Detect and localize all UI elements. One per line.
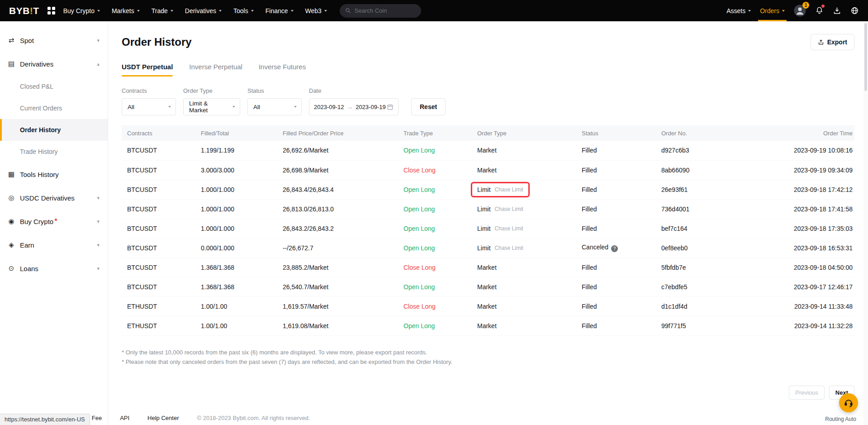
sidebar-item-order-history[interactable]: Order History — [0, 119, 108, 141]
menu-item-trade[interactable]: Trade — [152, 0, 173, 21]
trade-type-value: Open Long — [403, 186, 435, 193]
headset-icon — [844, 398, 854, 408]
cell-filled-total: 1.368/1.368 — [195, 277, 277, 296]
cell-status: Filled — [576, 296, 656, 316]
table-row: BTCUSDT3.000/3.00026,698.9/MarketClose L… — [122, 160, 854, 180]
notifications-bell-icon[interactable] — [815, 0, 824, 21]
date-filter: Date 2023-09-12 → 2023-09-19 — [309, 87, 398, 115]
sidebar-item-loans[interactable]: ⊙Loans▾ — [0, 257, 108, 280]
cell-trade-type: Open Long — [398, 141, 472, 160]
footer-link-api[interactable]: API — [120, 415, 129, 421]
tab-usdt-perpetual[interactable]: USDT Perpetual — [122, 63, 173, 76]
chase-limit-tag: Chase Limit — [495, 206, 523, 212]
menu-item-finance[interactable]: Finance — [266, 0, 294, 21]
order-type-wrap: Market — [477, 147, 497, 154]
sidebar-item-current-orders[interactable]: Current Orders — [0, 97, 108, 119]
reset-button[interactable]: Reset — [411, 98, 446, 115]
table-row: BTCUSDT1.000/1.00026,843.4/26,843.4Open … — [122, 180, 854, 199]
assets-menu[interactable]: Assets — [726, 0, 751, 21]
cell-order-time: 2023-09-14 11:33:48 — [760, 296, 854, 316]
status-select[interactable]: All — [247, 98, 302, 115]
cell-price: --/26,672.7 — [277, 238, 398, 258]
cell-order-time: 2023-09-18 17:35:03 — [760, 219, 854, 238]
tab-inverse-futures[interactable]: Inverse Futures — [259, 63, 306, 76]
support-chat-button[interactable] — [839, 393, 858, 412]
sidebar-item-label: Buy Crypto — [20, 218, 53, 225]
sidebar-item-spot[interactable]: ⇄Spot▾ — [0, 29, 108, 52]
sidebar-item-earn[interactable]: ◈Earn▾ — [0, 233, 108, 257]
chevron-down-icon — [324, 10, 327, 12]
search-box[interactable]: Search Coin — [340, 4, 421, 18]
sidebar-item-usdc-derivatives[interactable]: ◎USDC Derivatives▾ — [0, 186, 108, 210]
order-type-value: Market — [477, 322, 497, 329]
menu-item-markets[interactable]: Markets — [112, 0, 140, 21]
status-filter-label: Status — [247, 87, 302, 94]
menu-item-buy-crypto[interactable]: Buy Crypto — [63, 0, 100, 21]
browser-status-bar: https://testnet.bybit.com/en-US — [0, 414, 90, 425]
status-value: Filled — [582, 283, 597, 291]
date-range-picker[interactable]: 2023-09-12 → 2023-09-19 — [309, 98, 398, 115]
sidebar-item-label: Derivatives — [20, 60, 53, 68]
cell-trade-type: Close Long — [398, 296, 472, 316]
order-type-wrap: Market — [477, 264, 497, 271]
cell-status: Filled — [576, 199, 656, 219]
order-history-table: ContractsFilled/TotalFilled Price/Order … — [122, 125, 854, 336]
order-type-value: Limit — [477, 244, 491, 252]
cell-order-type: Market — [472, 160, 576, 180]
cell-contract: ETHUSDT — [122, 316, 195, 335]
cell-order-type: LimitChase Limit — [472, 180, 576, 199]
menu-item-tools[interactable]: Tools — [233, 0, 254, 21]
export-button[interactable]: Export — [811, 34, 854, 50]
sidebar-item-tools-history[interactable]: ▦Tools History — [0, 162, 108, 186]
cell-status: Filled — [576, 316, 656, 335]
account-avatar[interactable]: 1 — [794, 0, 806, 21]
page-scrollbar[interactable] — [863, 21, 868, 425]
trade-type-value: Open Long — [403, 322, 435, 329]
contracts-select[interactable]: All — [122, 98, 176, 115]
download-icon[interactable] — [833, 0, 841, 21]
chevron-down-icon: ▾ — [97, 219, 100, 224]
sidebar-subitem-label: Closed P&L — [20, 83, 53, 90]
previous-page-button[interactable]: Previous — [789, 386, 825, 400]
menu-item-derivatives[interactable]: Derivatives — [185, 0, 222, 21]
language-globe-icon[interactable] — [850, 0, 859, 21]
order-type-select[interactable]: Limit & Market — [183, 98, 240, 115]
table-row: BTCUSDT1.000/1.00026,843.2/26,843.2Open … — [122, 219, 854, 238]
footer-link-help-center[interactable]: Help Center — [147, 415, 179, 421]
cell-filled-total: 1.000/1.000 — [195, 180, 277, 199]
menu-item-web3[interactable]: Web3 — [305, 0, 327, 21]
tab-inverse-perpetual[interactable]: Inverse Perpetual — [189, 63, 242, 76]
apps-grid-icon[interactable] — [47, 0, 55, 21]
logo-mark: ! — [30, 5, 33, 16]
contracts-filter-label: Contracts — [122, 87, 176, 94]
cell-order-type: LimitChase Limit — [472, 238, 576, 258]
sidebar-item-buy-crypto[interactable]: ◉Buy Crypto▾ — [0, 210, 108, 233]
cell-filled-total: 0.000/1.000 — [195, 238, 277, 258]
trade-type-value: Open Long — [403, 147, 435, 154]
chevron-down-icon: ▾ — [97, 195, 100, 201]
bybit-logo[interactable]: BYB!T — [9, 0, 39, 21]
scrollbar-thumb[interactable] — [864, 23, 867, 91]
orders-menu[interactable]: Orders — [760, 0, 785, 21]
help-question-icon[interactable]: ? — [611, 245, 618, 252]
order-type-value: Market — [477, 167, 497, 174]
order-type-wrap: Market — [477, 283, 497, 291]
sidebar-item-label: Tools History — [20, 171, 59, 178]
cell-order-no: 8ab66090 — [656, 160, 760, 180]
sidebar-item-derivatives[interactable]: ▤Derivatives▴ — [0, 52, 108, 76]
annotation-highlight-box: LimitChase Limit — [477, 186, 523, 193]
cell-trade-type: Open Long — [398, 277, 472, 296]
cell-contract: BTCUSDT — [122, 238, 195, 258]
chevron-down-icon — [137, 10, 140, 12]
cell-contract: BTCUSDT — [122, 258, 195, 277]
export-label: Export — [827, 38, 847, 46]
date-filter-label: Date — [309, 87, 398, 94]
trade-type-value: Close Long — [403, 167, 436, 174]
cell-trade-type: Open Long — [398, 180, 472, 199]
sidebar-item-trade-history[interactable]: Trade History — [0, 141, 108, 162]
chevron-down-icon — [171, 10, 173, 12]
cell-order-no: 5fbfdb7e — [656, 258, 760, 277]
sidebar-item-label: Earn — [20, 241, 34, 249]
top-navbar: BYB!T Buy CryptoMarketsTradeDerivativesT… — [0, 0, 868, 21]
sidebar-item-closed-p-l[interactable]: Closed P&L — [0, 76, 108, 97]
